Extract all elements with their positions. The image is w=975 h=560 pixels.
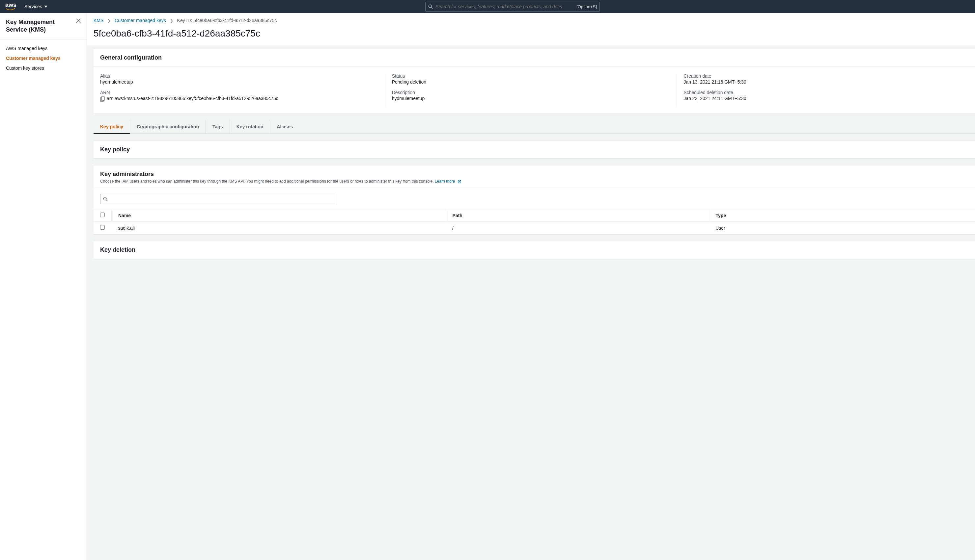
svg-rect-5	[102, 97, 104, 100]
sidebar-title: Key Management Service (KMS)	[6, 18, 76, 34]
key-policy-heading: Key policy	[100, 146, 968, 153]
learn-more-label: Learn more	[435, 179, 455, 183]
breadcrumb: KMS ❯ Customer managed keys ❯ Key ID: 5f…	[87, 13, 975, 26]
close-icon	[76, 18, 81, 23]
search-icon	[428, 4, 433, 9]
scheduled-deletion-label: Scheduled deletion date	[684, 90, 962, 95]
aws-logo[interactable]: aws	[5, 2, 17, 11]
services-label: Services	[24, 4, 42, 9]
creation-date-value: Jan 13, 2021 21:16 GMT+5:30	[684, 79, 962, 85]
scheduled-deletion-value: Jan 22, 2021 24:11 GMT+5:30	[684, 96, 962, 101]
key-policy-panel: Key policy	[94, 140, 975, 158]
aws-swoosh-icon	[5, 8, 15, 11]
col-path[interactable]: Path	[446, 209, 709, 222]
key-administrators-panel: Key administrators Choose the IAM users …	[94, 165, 975, 234]
search-input[interactable]	[435, 4, 574, 9]
breadcrumb-current: Key ID: 5fce0ba6-cfb3-41fd-a512-d26aa385…	[177, 18, 277, 23]
admin-filter[interactable]	[100, 194, 335, 204]
sidebar: Key Management Service (KMS) AWS managed…	[0, 13, 87, 560]
description-label: Description	[392, 90, 670, 95]
search-icon	[103, 197, 108, 202]
tab-tags[interactable]: Tags	[206, 120, 230, 133]
alias-value: hydmulemeetup	[100, 79, 378, 85]
caret-down-icon	[44, 6, 47, 8]
global-search[interactable]: [Option+S]	[425, 2, 600, 12]
cell-path: /	[446, 222, 709, 234]
description-value: hydmulemeetup	[392, 96, 670, 101]
main-content: KMS ❯ Customer managed keys ❯ Key ID: 5f…	[87, 13, 975, 560]
status-value: Pending deletion	[392, 79, 670, 85]
tab-aliases[interactable]: Aliases	[270, 120, 299, 133]
sidebar-item-customer-managed-keys[interactable]: Customer managed keys	[0, 53, 87, 63]
top-nav: aws Services [Option+S]	[0, 0, 975, 13]
svg-point-6	[104, 197, 106, 200]
alias-label: Alias	[100, 73, 378, 78]
sidebar-close-button[interactable]	[76, 18, 81, 23]
select-all-checkbox[interactable]	[100, 213, 105, 217]
search-wrap: [Option+S]	[55, 2, 970, 12]
key-deletion-heading: Key deletion	[100, 247, 968, 253]
copy-icon	[100, 97, 105, 102]
arn-value: arn:aws:kms:us-east-2:193296105866:key/5…	[107, 96, 278, 101]
tab-key-rotation[interactable]: Key rotation	[230, 120, 271, 133]
general-configuration-heading: General configuration	[100, 54, 968, 61]
chevron-right-icon: ❯	[107, 18, 111, 23]
col-name[interactable]: Name	[112, 209, 446, 222]
svg-line-7	[106, 200, 107, 201]
key-policy-header: Key policy	[94, 141, 975, 158]
sidebar-item-custom-key-stores[interactable]: Custom key stores	[0, 63, 87, 73]
svg-point-0	[428, 5, 431, 8]
copy-arn-button[interactable]	[100, 97, 105, 102]
cell-name: sadik.ali	[112, 222, 446, 234]
key-administrators-table: Name Path Type sadik.ali / User	[94, 209, 975, 234]
key-deletion-header: Key deletion	[94, 241, 975, 259]
chevron-right-icon: ❯	[170, 18, 173, 23]
tab-key-policy[interactable]: Key policy	[94, 120, 130, 134]
general-configuration-panel: General configuration Alias hydmulemeetu…	[94, 49, 975, 113]
key-deletion-panel: Key deletion	[94, 241, 975, 259]
services-menu[interactable]: Services	[24, 4, 47, 9]
key-administrators-subtitle-text: Choose the IAM users and roles who can a…	[100, 179, 435, 183]
learn-more-link[interactable]: Learn more	[435, 179, 462, 183]
cell-type: User	[709, 222, 975, 234]
page-title: 5fce0ba6-cfb3-41fd-a512-d26aa385c75c	[87, 26, 975, 45]
external-link-icon	[458, 180, 462, 183]
breadcrumb-kms[interactable]: KMS	[94, 18, 104, 23]
col-type[interactable]: Type	[709, 209, 975, 222]
arn-label: ARN	[100, 90, 378, 95]
key-administrators-heading: Key administrators	[100, 171, 968, 178]
key-administrators-subtitle: Choose the IAM users and roles who can a…	[100, 179, 968, 183]
creation-date-label: Creation date	[684, 73, 962, 78]
search-shortcut-hint: [Option+S]	[577, 4, 597, 9]
sidebar-item-aws-managed-keys[interactable]: AWS managed keys	[0, 43, 87, 53]
tabs: Key policy Cryptographic configuration T…	[94, 120, 975, 134]
tab-cryptographic-configuration[interactable]: Cryptographic configuration	[130, 120, 206, 133]
row-checkbox[interactable]	[100, 225, 105, 230]
general-configuration-header: General configuration	[94, 49, 975, 67]
aws-logo-text: aws	[5, 2, 17, 8]
sidebar-header: Key Management Service (KMS)	[0, 13, 87, 40]
table-row: sadik.ali / User	[94, 222, 975, 234]
key-administrators-header: Key administrators Choose the IAM users …	[94, 165, 975, 189]
breadcrumb-customer-managed-keys[interactable]: Customer managed keys	[115, 18, 166, 23]
status-label: Status	[392, 73, 670, 78]
svg-line-1	[431, 7, 433, 8]
sidebar-nav: AWS managed keys Customer managed keys C…	[0, 40, 87, 77]
